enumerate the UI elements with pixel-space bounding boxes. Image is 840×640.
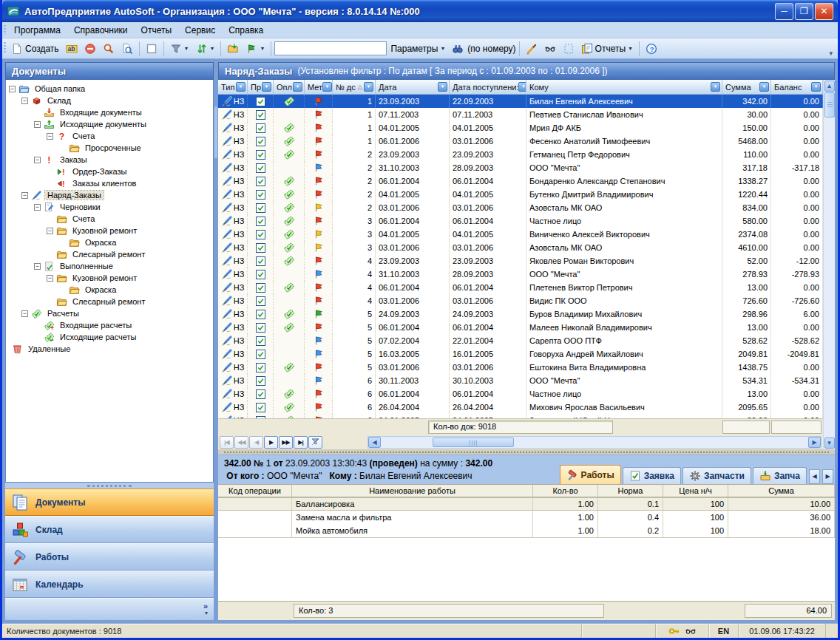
vertical-scrollbar[interactable]: ▲ ▼	[823, 80, 835, 449]
table-row[interactable]: НЗ423.09.200323.09.2003Яковлев Роман Вик…	[218, 254, 823, 268]
keyboard-lang[interactable]: EN	[709, 624, 739, 638]
table-row[interactable]: НЗ206.01.200406.01.2004Бондаренко Алекса…	[218, 174, 823, 188]
tree-item-Входящие документы[interactable]: Входящие документы	[6, 106, 213, 118]
tree-item-Расчеты[interactable]: −Расчеты	[6, 307, 213, 319]
tab-Работы[interactable]: Работы	[560, 465, 621, 484]
nav-Работы[interactable]: Работы	[5, 543, 214, 571]
tree-item-Ордер-Заказы[interactable]: !Ордер-Заказы	[6, 166, 213, 177]
processed-checkbox[interactable]	[256, 163, 265, 173]
collapse-icon[interactable]: −	[21, 192, 28, 199]
processed-checkbox[interactable]	[256, 217, 265, 226]
nav-overflow-button[interactable]: »▾	[5, 598, 214, 620]
column-header-Пр[interactable]: Пр▼	[248, 80, 274, 94]
flag-button[interactable]: ▼	[243, 40, 268, 58]
collapse-icon[interactable]: −	[21, 310, 28, 317]
table-row[interactable]: НЗ204.01.200504.01.2005Бутенко Дмитрий В…	[218, 188, 823, 201]
tree-item-Счета[interactable]: −?Счета	[6, 130, 213, 142]
detail-splitter[interactable]	[218, 449, 835, 455]
tab-Заявка[interactable]: Заявка	[623, 467, 681, 484]
tree-item-Слесарный ремонт[interactable]: Слесарный ремонт	[6, 296, 213, 307]
processed-checkbox[interactable]	[256, 403, 265, 412]
table-row[interactable]: НЗ123.09.200322.09.2003Билан Евгений Але…	[218, 95, 823, 108]
table-row[interactable]: НЗ506.01.200406.01.2004Малеев Николай Вл…	[218, 321, 823, 334]
find-button[interactable]	[449, 40, 467, 58]
processed-checkbox[interactable]	[256, 310, 265, 319]
collapse-icon[interactable]: −	[47, 275, 53, 282]
processed-checkbox[interactable]	[256, 323, 265, 333]
column-header-Дата поступлени:[interactable]: Дата поступлени:▼	[450, 80, 526, 94]
preview-button[interactable]	[118, 40, 136, 58]
vertical-scroll-thumb[interactable]	[824, 92, 835, 118]
work-row[interactable]: Замена масла и фильтра1.000.410036.00	[218, 511, 835, 524]
collapse-icon[interactable]: −	[34, 263, 41, 270]
processed-checkbox[interactable]	[256, 336, 265, 346]
processed-checkbox[interactable]	[256, 110, 265, 120]
tree-item-Кузовной ремонт[interactable]: −Кузовной ремонт	[6, 225, 213, 236]
tree-item-Исходящие документы[interactable]: −Исходящие документы	[6, 118, 213, 130]
processed-checkbox[interactable]	[256, 137, 265, 146]
processed-checkbox[interactable]	[256, 203, 265, 213]
column-filter-dropdown[interactable]: ▼	[262, 82, 271, 92]
next-page-button[interactable]: ▶▶	[279, 436, 293, 449]
table-row[interactable]: НЗ630.11.200330.10.2003ООО "Мечта"534.31…	[218, 374, 823, 387]
collapse-icon[interactable]: −	[47, 228, 53, 234]
processed-checkbox[interactable]	[256, 123, 265, 133]
filter-button[interactable]: ▼	[167, 40, 192, 58]
processed-checkbox[interactable]	[256, 256, 265, 266]
horizontal-scroll-thumb[interactable]	[433, 438, 514, 447]
processed-checkbox[interactable]	[256, 243, 265, 253]
column-filter-dropdown[interactable]: ▼	[438, 82, 447, 92]
processed-checkbox[interactable]	[256, 350, 265, 359]
column-filter-dropdown[interactable]: ▼	[811, 82, 821, 92]
table-row[interactable]: НЗ503.01.200603.01.2006Ештокина Вита Вла…	[218, 361, 823, 374]
rename-button[interactable]: ab	[63, 40, 81, 58]
processed-checkbox[interactable]	[256, 150, 265, 160]
table-row[interactable]: НЗ223.09.200323.09.2003Гетманец Петр Фед…	[218, 148, 823, 161]
column-header-Кому[interactable]: Кому▼	[526, 80, 722, 94]
column-filter-dropdown[interactable]: ▼	[759, 82, 769, 92]
work-column-Кол-во[interactable]: Кол-во	[533, 485, 598, 497]
processed-checkbox[interactable]	[256, 363, 265, 372]
work-column-Норма[interactable]: Норма	[598, 485, 663, 497]
toolbar-overflow-chevron[interactable]: ▾	[829, 50, 835, 58]
processed-checkbox[interactable]	[256, 376, 265, 386]
tree-item-Выполненные[interactable]: −Выполненные	[6, 260, 213, 272]
column-header-Дата[interactable]: Дата▼	[376, 80, 450, 94]
column-filter-dropdown[interactable]: ▼	[236, 82, 245, 92]
work-column-Наименование работы[interactable]: Наименование работы	[292, 485, 533, 497]
panel-splitter[interactable]	[214, 62, 218, 620]
column-filter-dropdown[interactable]: ▼	[711, 82, 720, 92]
work-row[interactable]: Мойка автомобиля1.000.210018.00	[218, 524, 835, 537]
nav-Склад[interactable]: Склад	[5, 516, 214, 543]
grid-filter-button[interactable]	[308, 436, 322, 449]
column-header-Мет[interactable]: Мет▼	[305, 80, 333, 94]
menu-Отчеты[interactable]: Отчеты	[135, 23, 178, 38]
tree-item-Заказы[interactable]: −!Заказы	[6, 154, 213, 166]
processed-checkbox[interactable]	[256, 190, 265, 200]
table-row[interactable]: НЗ606.01.200406.01.2004Частное лицо13.00…	[218, 387, 823, 401]
table-row[interactable]: НЗ303.01.200603.01.2006Азовсталь МК ОАО4…	[218, 241, 823, 254]
tabs-scroll-left-button[interactable]: ◀	[809, 469, 820, 484]
collapse-icon[interactable]: −	[34, 204, 41, 211]
tree-item-Слесарный ремонт[interactable]: Слесарный ремонт	[6, 248, 213, 260]
table-row[interactable]: НЗ431.10.200328.09.2003ООО "Мечта"278.93…	[218, 268, 823, 281]
scroll-up-button[interactable]: ▲	[824, 81, 835, 92]
collapse-icon[interactable]: −	[34, 121, 41, 128]
table-row[interactable]: НЗ524.09.200324.09.2003Буров Владимир Ми…	[218, 307, 823, 321]
table-row[interactable]: НЗ406.01.200406.01.2004Плетенев Виктор П…	[218, 281, 823, 294]
table-row[interactable]: НЗ106.01.200603.01.2006Фесенко Анатолий …	[218, 135, 823, 148]
column-filter-dropdown[interactable]: ▼	[518, 82, 526, 92]
table-row[interactable]: НЗ203.01.200603.01.2006Азовсталь МК ОАО8…	[218, 201, 823, 214]
processed-checkbox[interactable]	[256, 270, 265, 279]
collapse-icon[interactable]: −	[47, 133, 53, 140]
params-button[interactable]: Параметры▼	[387, 40, 448, 58]
sign-button[interactable]	[523, 40, 541, 58]
selection-mode-button[interactable]	[560, 40, 578, 58]
help-button[interactable]: ?	[643, 40, 660, 58]
last-record-button[interactable]: ▶|	[294, 436, 308, 449]
scroll-down-button[interactable]: ▼	[824, 438, 835, 449]
table-row[interactable]: НЗ306.01.200406.01.2004Частное лицо580.0…	[218, 214, 823, 228]
column-header-Тип[interactable]: Тип▼	[218, 80, 248, 94]
create-button[interactable]: Создать	[8, 40, 62, 58]
scroll-right-button[interactable]: ▶	[808, 437, 821, 448]
